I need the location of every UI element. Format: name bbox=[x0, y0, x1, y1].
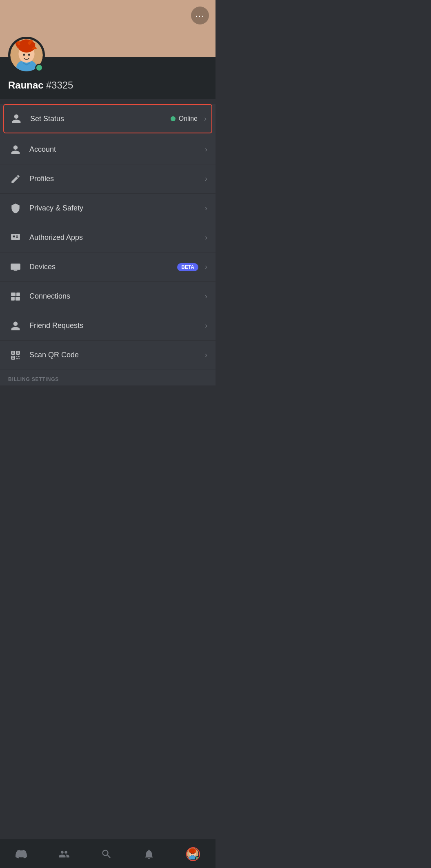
svg-rect-22 bbox=[18, 356, 20, 357]
scan-qr-code-label: Scan QR Code bbox=[29, 351, 202, 359]
devices-item[interactable]: Devices BETA › bbox=[0, 252, 216, 282]
more-options-button[interactable]: ··· bbox=[191, 7, 209, 24]
svg-rect-7 bbox=[13, 235, 15, 237]
account-item[interactable]: Account › bbox=[0, 135, 216, 164]
svg-rect-6 bbox=[11, 234, 20, 240]
svg-point-5 bbox=[28, 53, 30, 55]
privacy-safety-item[interactable]: Privacy & Safety › bbox=[0, 194, 216, 223]
chevron-right-icon: › bbox=[205, 321, 207, 330]
status-text: Online bbox=[179, 115, 198, 122]
authorized-apps-item[interactable]: Authorized Apps › bbox=[0, 223, 216, 252]
menu-section: Set Status Online › Account › Profiles › bbox=[0, 104, 216, 385]
status-online-dot bbox=[171, 116, 176, 121]
connections-icon bbox=[8, 289, 23, 304]
svg-rect-14 bbox=[16, 297, 20, 301]
chevron-right-icon: › bbox=[205, 292, 207, 301]
friend-requests-icon bbox=[8, 319, 23, 333]
svg-rect-9 bbox=[16, 237, 18, 238]
svg-rect-24 bbox=[19, 358, 20, 359]
svg-rect-10 bbox=[11, 264, 20, 270]
svg-rect-8 bbox=[16, 235, 18, 236]
profiles-icon bbox=[8, 172, 23, 186]
status-right: Online › bbox=[171, 115, 207, 123]
chevron-right-icon: › bbox=[205, 351, 207, 359]
set-status-icon bbox=[9, 111, 24, 126]
set-status-label: Set Status bbox=[30, 115, 171, 123]
privacy-safety-label: Privacy & Safety bbox=[29, 204, 202, 213]
shield-icon bbox=[8, 201, 23, 216]
set-status-item[interactable]: Set Status Online › bbox=[3, 104, 212, 133]
avatar-container bbox=[8, 37, 45, 73]
qr-code-icon bbox=[8, 348, 23, 363]
friend-requests-item[interactable]: Friend Requests › bbox=[0, 311, 216, 341]
beta-badge: BETA bbox=[177, 263, 198, 271]
friend-requests-label: Friend Requests bbox=[29, 321, 202, 330]
svg-rect-20 bbox=[12, 357, 13, 358]
devices-icon bbox=[8, 260, 23, 275]
authorized-apps-label: Authorized Apps bbox=[29, 233, 202, 242]
authorized-apps-icon bbox=[8, 230, 23, 245]
username: Raunac bbox=[8, 80, 44, 91]
chevron-right-icon: › bbox=[205, 263, 207, 271]
online-status-indicator bbox=[35, 64, 43, 72]
chevron-right-icon: › bbox=[205, 145, 207, 154]
discriminator: #3325 bbox=[46, 80, 73, 91]
svg-rect-16 bbox=[12, 352, 13, 353]
svg-rect-21 bbox=[16, 356, 17, 357]
chevron-right-icon: › bbox=[205, 175, 207, 183]
connections-label: Connections bbox=[29, 292, 202, 301]
svg-rect-18 bbox=[17, 352, 18, 353]
svg-rect-23 bbox=[16, 358, 18, 359]
svg-rect-11 bbox=[11, 292, 16, 296]
scan-qr-code-item[interactable]: Scan QR Code › bbox=[0, 341, 216, 370]
profile-info-area: Raunac #3325 bbox=[0, 57, 216, 99]
chevron-right-icon: › bbox=[205, 233, 207, 242]
profiles-item[interactable]: Profiles › bbox=[0, 164, 216, 194]
devices-label: Devices bbox=[29, 263, 174, 271]
chevron-right-icon: › bbox=[204, 115, 207, 123]
connections-item[interactable]: Connections › bbox=[0, 282, 216, 311]
more-dots-icon: ··· bbox=[196, 11, 205, 20]
svg-rect-13 bbox=[11, 297, 15, 301]
account-icon bbox=[8, 142, 23, 157]
billing-settings-section-label: BILLING SETTINGS bbox=[0, 370, 216, 385]
chevron-right-icon: › bbox=[205, 204, 207, 213]
svg-point-4 bbox=[23, 53, 25, 55]
profiles-label: Profiles bbox=[29, 175, 202, 183]
svg-rect-12 bbox=[16, 292, 20, 296]
account-label: Account bbox=[29, 145, 202, 154]
